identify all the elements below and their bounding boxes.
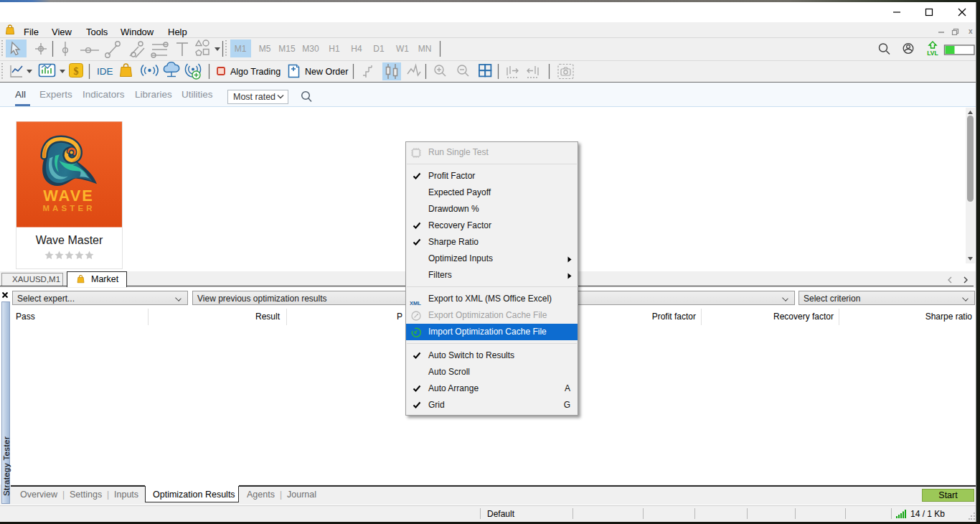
svg-text:D1: D1 — [373, 44, 385, 54]
svg-text:MN: MN — [418, 44, 432, 54]
svg-text:M15: M15 — [278, 44, 296, 54]
svg-text:H1: H1 — [329, 44, 340, 54]
svg-text:Algo Trading: Algo Trading — [230, 67, 281, 77]
svg-text:$: $ — [74, 66, 79, 77]
svg-text:IDE: IDE — [97, 66, 113, 77]
svg-text:M1: M1 — [235, 44, 247, 54]
svg-text:H4: H4 — [351, 44, 362, 54]
svg-text:LVL: LVL — [927, 50, 938, 57]
svg-text:New Order: New Order — [305, 67, 348, 77]
svg-text:W1: W1 — [396, 44, 409, 54]
svg-text:MASTER: MASTER — [42, 204, 95, 212]
svg-text:M5: M5 — [259, 44, 271, 54]
svg-text:WAVE: WAVE — [43, 187, 94, 205]
svg-text:x: x — [969, 27, 973, 35]
svg-text:M30: M30 — [302, 44, 319, 54]
